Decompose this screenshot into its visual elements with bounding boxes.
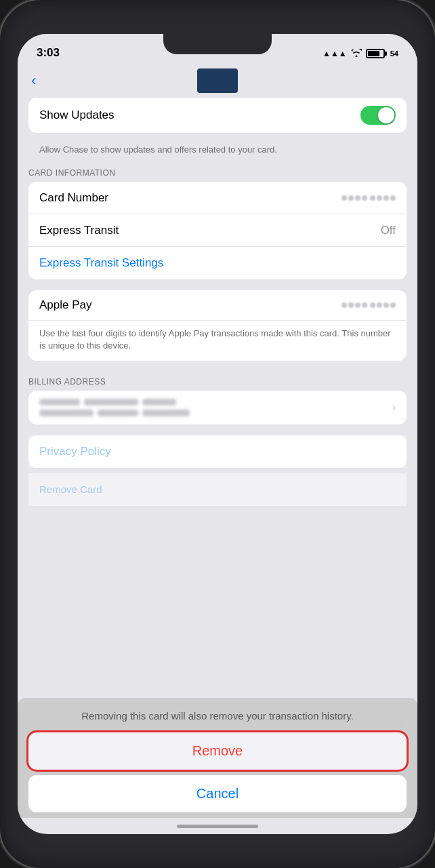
apple-pay-label: Apple Pay [39,298,92,312]
dot [384,302,389,308]
dot [341,195,347,201]
show-updates-label: Show Updates [39,108,115,122]
apple-pay-value [341,302,396,308]
show-updates-description: Allow Chase to show updates and offers r… [18,138,417,163]
card-number-dots-2 [370,195,396,201]
billing-chevron: › [392,401,396,414]
section-gap-3 [18,425,417,435]
status-time: 3:03 [37,46,60,60]
signal-icon: ▲▲▲ [323,49,347,58]
battery-icon [366,49,385,58]
express-transit-settings-row[interactable]: Express Transit Settings [28,247,407,279]
phone-screen: 3:03 ▲▲▲ 54 ‹ Show Updates [18,34,417,834]
back-button[interactable]: ‹ [31,72,36,90]
action-sheet-overlay: Removing this card will also remove your… [18,698,417,818]
express-transit-settings-link[interactable]: Express Transit Settings [39,256,163,270]
apple-pay-card: Apple Pay [28,290,407,360]
dot [362,302,367,308]
privacy-policy-link[interactable]: Privacy Policy [39,445,111,458]
dot [370,302,375,308]
section-gap-2 [18,361,417,372]
express-transit-value: Off [381,224,396,237]
card-number-value [341,195,396,201]
status-icons: ▲▲▲ 54 [323,47,398,60]
wifi-icon [351,47,362,60]
card-number-label: Card Number [39,191,108,205]
dot [390,195,396,201]
dot [390,302,396,308]
card-number-row: Card Number [28,182,407,214]
dot [348,195,354,201]
phone-frame: 3:03 ▲▲▲ 54 ‹ Show Updates [0,0,435,868]
dot [377,302,382,308]
home-bar [177,825,258,828]
remove-card-link[interactable]: Remove Card [39,484,102,495]
express-transit-row: Express Transit Off [28,214,407,247]
dot [355,195,360,201]
dot [377,195,382,201]
dot [370,195,375,201]
nav-bar: ‹ [18,64,417,98]
home-bar-area [18,818,417,834]
scroll-content: Show Updates Allow Chase to show updates… [18,98,417,818]
express-transit-label: Express Transit [39,224,119,237]
card-information-card: Card Number [28,182,407,279]
notch [163,34,272,54]
billing-section-label: BILLING ADDRESS [18,372,417,391]
card-information-label: CARD INFORMATION [18,163,417,182]
nav-logo [197,68,238,93]
cancel-button[interactable]: Cancel [28,775,407,812]
privacy-policy-row[interactable]: Privacy Policy [28,435,407,468]
apple-pay-dots-2 [370,302,396,308]
dot [384,195,389,201]
overlay-buttons: Remove Cancel [28,732,407,818]
show-updates-toggle[interactable] [360,106,396,125]
dot [341,302,347,308]
billing-address-row[interactable]: › [28,391,407,425]
content-area: Show Updates Allow Chase to show updates… [18,98,417,506]
apple-pay-description: Use the last four digits to identify App… [28,321,407,360]
billing-address-blurred [39,399,190,416]
remove-card-row[interactable]: Remove Card [28,473,407,506]
apple-pay-dots-1 [341,302,367,308]
dot [355,302,360,308]
show-updates-row: Show Updates [28,98,407,133]
battery-percent: 54 [390,50,398,58]
remove-card-container: Remove Card [28,473,407,506]
remove-button[interactable]: Remove [28,732,407,770]
section-gap-1 [18,279,417,290]
apple-pay-row: Apple Pay [28,290,407,321]
privacy-policy-container: Privacy Policy [28,435,407,468]
card-number-dots-1 [341,195,367,201]
overlay-message: Removing this card will also remove your… [28,709,407,723]
dot [348,302,354,308]
dot [362,195,367,201]
